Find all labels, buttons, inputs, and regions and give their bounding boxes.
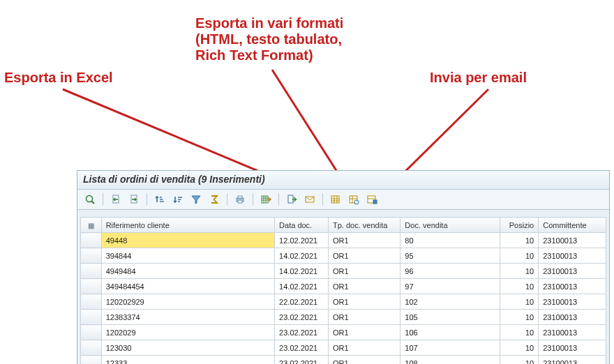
toolbar-separator xyxy=(253,193,253,206)
send-mail-button[interactable] xyxy=(301,192,318,207)
cell-committente: 23100013 xyxy=(539,325,606,340)
cell-tp-doc: OR1 xyxy=(329,294,400,310)
cell-committente: 23100013 xyxy=(539,233,606,248)
print-button[interactable] xyxy=(232,192,248,207)
table-header-row: ▦ Riferimento cliente Data doc. Tp. doc.… xyxy=(81,218,606,233)
table-row[interactable]: 1238337423.02.2021OR11051023100013 xyxy=(81,310,606,325)
svg-line-4 xyxy=(92,202,95,204)
cell-doc-vendita: 106 xyxy=(400,325,500,340)
layout-save-button[interactable] xyxy=(364,192,380,207)
toolbar-separator xyxy=(147,193,147,206)
orders-table[interactable]: ▦ Riferimento cliente Data doc. Tp. doc.… xyxy=(80,217,606,364)
cell-posizione: 10 xyxy=(500,233,539,248)
document-prev-button[interactable] xyxy=(107,192,124,207)
cell-posizione: 10 xyxy=(500,264,539,279)
cell-committente: 23100013 xyxy=(539,279,606,294)
table-row[interactable]: 12303023.02.2021OR11071023100013 xyxy=(81,340,606,356)
window-title: Lista di ordini di vendita (9 Inseriment… xyxy=(77,171,609,190)
annotation-export-excel: Esporta in Excel xyxy=(4,70,144,86)
table-row[interactable]: 120202923.02.2021OR11061023100013 xyxy=(81,325,606,340)
row-selector[interactable] xyxy=(81,340,102,356)
row-selector[interactable] xyxy=(81,248,102,264)
cell-doc-vendita: 102 xyxy=(400,294,500,310)
sort-desc-button[interactable] xyxy=(170,192,186,207)
cell-tp-doc: OR1 xyxy=(329,248,400,264)
table-row[interactable]: 39484414.02.2021OR1951023100013 xyxy=(81,248,606,264)
cell-posizione: 10 xyxy=(500,310,539,325)
cell-posizione: 10 xyxy=(500,279,539,294)
magnifier-icon xyxy=(84,194,96,205)
grid-save-icon xyxy=(366,194,377,205)
cell-data-doc: 14.02.2021 xyxy=(275,279,329,294)
select-all-icon: ▦ xyxy=(88,222,94,229)
filter-button[interactable] xyxy=(188,192,204,207)
cell-data-doc: 22.02.2021 xyxy=(275,294,329,310)
export-excel-button[interactable] xyxy=(257,192,274,207)
cell-riferimento: 1202029 xyxy=(101,325,274,340)
svg-rect-21 xyxy=(288,195,293,203)
select-all-button[interactable]: ▦ xyxy=(81,218,102,233)
cell-tp-doc: OR1 xyxy=(329,310,400,325)
cell-posizione: 10 xyxy=(500,325,539,340)
cell-committente: 23100013 xyxy=(539,294,606,310)
file-export-icon xyxy=(286,194,297,205)
envelope-icon xyxy=(304,194,315,205)
document-arrow-right-icon xyxy=(128,194,140,205)
table-row[interactable]: 494948414.02.2021OR1961023100013 xyxy=(81,264,606,279)
svg-rect-34 xyxy=(373,200,377,204)
cell-riferimento: 123030 xyxy=(101,340,274,356)
cell-tp-doc: OR1 xyxy=(329,264,400,279)
sort-asc-button[interactable] xyxy=(151,192,168,207)
spreadsheet-export-icon xyxy=(260,194,271,205)
cell-riferimento: 49448 xyxy=(101,233,274,248)
document-next-button[interactable] xyxy=(126,192,142,207)
row-selector[interactable] xyxy=(81,233,102,248)
alv-toolbar xyxy=(77,190,609,210)
row-selector[interactable] xyxy=(81,325,102,340)
col-data-doc[interactable]: Data doc. xyxy=(275,218,329,233)
cell-riferimento: 12383374 xyxy=(101,310,274,325)
col-tp-doc[interactable]: Tp. doc. vendita xyxy=(329,218,400,233)
toolbar-separator xyxy=(278,193,279,206)
table-row[interactable]: 12020292922.02.2021OR11021023100013 xyxy=(81,294,606,310)
detail-button[interactable] xyxy=(82,192,98,207)
cell-committente: 23100013 xyxy=(539,356,606,365)
table-row[interactable]: 1233323.02.2021OR11081023100013 xyxy=(81,356,606,365)
cell-doc-vendita: 108 xyxy=(400,356,500,365)
cell-posizione: 10 xyxy=(500,340,539,356)
col-committente[interactable]: Committente xyxy=(539,218,606,233)
funnel-icon xyxy=(190,194,202,205)
grid-select-icon xyxy=(348,194,359,205)
cell-data-doc: 23.02.2021 xyxy=(275,340,329,356)
total-button[interactable] xyxy=(206,192,223,207)
annotation-line: Esporta in vari formati xyxy=(195,15,343,31)
row-selector[interactable] xyxy=(81,310,102,325)
row-selector[interactable] xyxy=(81,294,102,310)
table-row[interactable]: 4944812.02.2021OR1801023100013 xyxy=(81,233,606,248)
col-posizione[interactable]: Posizio xyxy=(500,218,539,233)
grid-icon xyxy=(330,194,341,205)
row-selector[interactable] xyxy=(81,264,102,279)
cell-riferimento: 120202929 xyxy=(101,294,274,310)
cell-data-doc: 12.02.2021 xyxy=(275,233,329,248)
row-selector[interactable] xyxy=(81,279,102,294)
row-selector[interactable] xyxy=(81,356,102,365)
cell-tp-doc: OR1 xyxy=(329,325,400,340)
col-doc-vendita[interactable]: Doc. vendita xyxy=(400,218,500,233)
cell-tp-doc: OR1 xyxy=(329,233,400,248)
layout-select-button[interactable] xyxy=(345,192,362,207)
table-row[interactable]: 34948445414.02.2021OR1971023100013 xyxy=(81,279,606,294)
document-arrow-left-icon xyxy=(110,194,121,205)
toolbar-separator xyxy=(227,193,227,206)
export-file-button[interactable] xyxy=(283,192,300,207)
cell-doc-vendita: 95 xyxy=(400,248,500,264)
svg-rect-23 xyxy=(331,196,339,203)
layout-change-button[interactable] xyxy=(327,192,344,207)
cell-committente: 23100013 xyxy=(539,248,606,264)
cell-doc-vendita: 96 xyxy=(400,264,500,279)
annotation-export-formats: Esporta in vari formati (HTML, testo tab… xyxy=(195,15,384,63)
cell-data-doc: 14.02.2021 xyxy=(275,264,329,279)
cell-doc-vendita: 80 xyxy=(400,233,500,248)
cell-posizione: 10 xyxy=(500,356,539,365)
col-riferimento[interactable]: Riferimento cliente xyxy=(101,218,274,233)
